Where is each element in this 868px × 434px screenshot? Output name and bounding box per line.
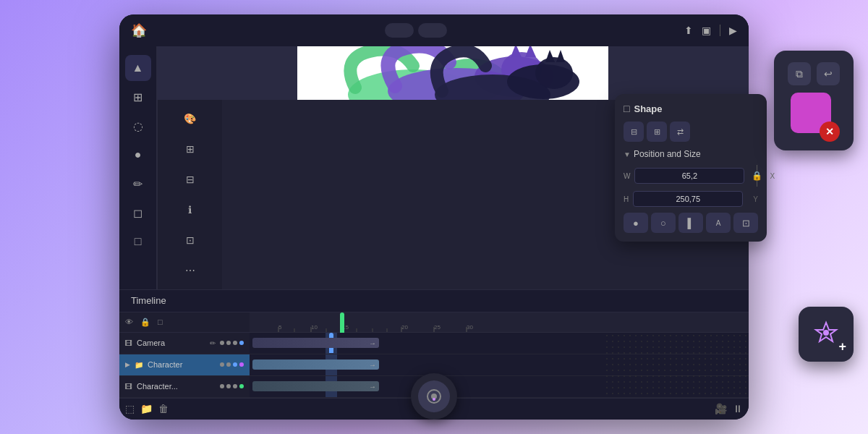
paint-tool-button[interactable]: ● [125,142,151,168]
copy-icon-btn[interactable]: ⧉ [788,62,811,85]
footer-back-btn[interactable]: ⬚ [125,403,135,414]
character-folder-icon: 📁 [135,361,143,369]
h-label: H [624,195,629,203]
footer-camera-btn[interactable]: 🎥 [715,403,727,414]
position-size-title: Position and Size [634,149,701,159]
dot-3 [233,362,237,367]
dot-3 [233,384,237,388]
character-play-icon: ▶ [125,361,130,368]
export-icon[interactable]: ⬆ [684,25,693,36]
timeline-layer-camera[interactable]: 🎞 Camera ✏ [119,333,250,354]
props-align-btn[interactable]: ⊟ [624,122,644,142]
floating-play-button[interactable] [411,373,457,420]
dot-4 [239,384,244,388]
select-tool-button[interactable]: ▲ [125,55,151,81]
top-bar-center [385,23,447,38]
undo-icon-btn[interactable]: ↩ [817,62,840,85]
grid2-panel-btn[interactable]: ⊡ [177,227,203,253]
footer-folder-btn[interactable]: 📁 [140,403,153,414]
layout-icon[interactable]: ▣ [702,25,711,36]
timeline-ruler: 5 10 15 20 25 30 [250,312,749,333]
character2-icon: 🎞 [125,383,132,391]
timeline-tracks[interactable]: 5 10 15 20 25 30 [250,312,749,398]
add-node-icon-container: + [813,320,839,349]
timeline-layer-character[interactable]: ▶ 📁 Character [119,354,250,376]
eraser-tool-button[interactable]: ◻ [125,200,151,226]
brush-tool-button[interactable]: ✏ [125,171,151,197]
chevron-icon: ▼ [624,150,631,158]
props-box-btn[interactable]: ⊞ [647,122,667,142]
character-track-bar: → [252,359,379,370]
dot-4 [239,362,244,367]
top-bar: 🏠 ⬆ ▣ ▶ [119,14,749,46]
top-bar-left: 🏠 [131,22,147,38]
timeline-labels: 👁 🔒 □ 🎞 Camera ✏ [119,312,250,398]
timeline-title: Timeline [131,295,166,306]
svg-point-35 [823,330,829,336]
properties-panel: □ Shape ⊟ ⊞ ⇄ ▼ Position and Size W 🔒 X … [615,94,767,242]
height-input[interactable] [633,191,743,207]
props-header: □ Shape [624,103,758,114]
timeline-layer-character2[interactable]: 🎞 Character... [119,376,250,398]
ruler-ticks-svg [250,312,749,332]
add-plus-icon: + [838,340,846,353]
svg-point-38 [433,398,435,401]
transform-tool-button[interactable]: ⊞ [125,84,151,110]
action-btn-3[interactable]: ▌ [678,213,703,233]
shape-title: Shape [634,103,662,114]
footer-delete-btn[interactable]: 🗑 [158,403,169,414]
floating-add-panel[interactable]: + [799,307,854,362]
lock-icon[interactable]: 🔒 [752,171,762,181]
svg-marker-23 [556,50,565,62]
divider [720,25,720,36]
svg-marker-22 [545,50,555,62]
dot-1 [220,362,224,367]
character2-dots [220,384,244,388]
play-circle [418,380,450,412]
lock-container: 🔒 [749,165,765,187]
camera-layer-name: Camera [137,339,205,347]
dots-panel-btn[interactable]: ⋯ [177,258,203,284]
shape-panel-icons-top: ⧉ ↩ [788,62,840,85]
canvas-viewport[interactable]: 🎧 👤 [157,46,749,100]
top-bar-pill-2 [418,23,447,38]
color-panel-btn[interactable]: 🎨 [177,106,203,132]
width-row: W 🔒 X [624,165,758,187]
shape-overlay-btn[interactable]: ✕ [820,122,840,142]
action-btn-5[interactable]: ⊡ [733,213,758,233]
action-btn-2[interactable]: ○ [651,213,676,233]
footer-pause-btn[interactable]: ⏸ [733,403,743,414]
home-icon[interactable]: 🏠 [131,22,147,38]
lock-col-icon: 🔒 [140,318,150,327]
lasso-tool-button[interactable]: ◌ [125,113,151,139]
character-dots [220,362,244,367]
lock-line-top [757,165,757,171]
rectangle-tool-button[interactable]: □ [125,229,151,255]
camera-track-bar: → [252,338,379,348]
green-marker [340,312,344,333]
camera-dots [220,341,244,345]
height-row: H Y [624,191,758,207]
info-panel-btn[interactable]: ℹ [177,197,203,223]
right-panel: 🎨 ⊞ ⊟ ℹ ⊡ ⋯ [157,100,222,289]
play-icon[interactable]: ▶ [729,25,737,36]
add-node-svg [813,320,839,346]
props-actions: ● ○ ▌ A ⊡ [624,213,758,233]
action-btn-4[interactable]: A [706,213,731,233]
timeline-col-headers: 👁 🔒 □ [119,312,250,333]
box-col-icon: □ [158,318,163,326]
x-axis-label: X [770,172,775,180]
props-transform-btn[interactable]: ⇄ [670,122,690,142]
align-panel-btn[interactable]: ⊟ [177,166,203,192]
width-input[interactable] [634,168,744,184]
grid-panel-btn[interactable]: ⊞ [177,136,203,162]
dot-1 [220,384,224,388]
canvas-white: 🎧 👤 [297,46,608,100]
action-btn-1[interactable]: ● [624,213,648,233]
shape-preview-container: ✕ [791,93,837,139]
svg-marker-13 [511,46,522,57]
character2-track-bar: → [252,381,379,391]
dot-2 [226,362,231,367]
character2-layer-name: Character... [137,382,216,391]
timeline-grid-area [604,333,749,398]
